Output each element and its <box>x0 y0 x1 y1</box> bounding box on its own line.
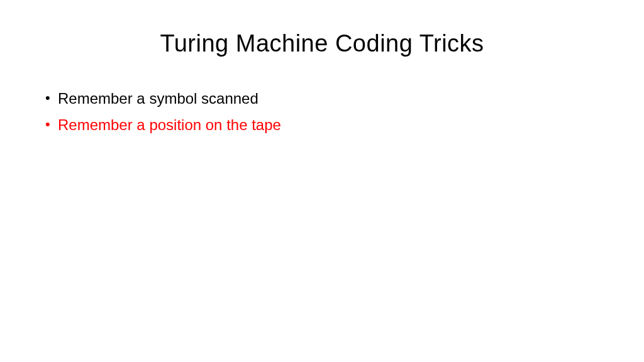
bullet-item: Remember a symbol scanned <box>44 87 600 110</box>
slide-title: Turing Machine Coding Tricks <box>44 30 600 57</box>
bullet-item: Remember a position on the tape <box>44 114 600 136</box>
bullet-text: Remember a symbol scanned <box>58 90 258 107</box>
bullet-text: Remember a position on the tape <box>58 116 281 133</box>
slide-container: Turing Machine Coding Tricks Remember a … <box>0 0 644 362</box>
bullet-list: Remember a symbol scanned Remember a pos… <box>44 87 600 136</box>
